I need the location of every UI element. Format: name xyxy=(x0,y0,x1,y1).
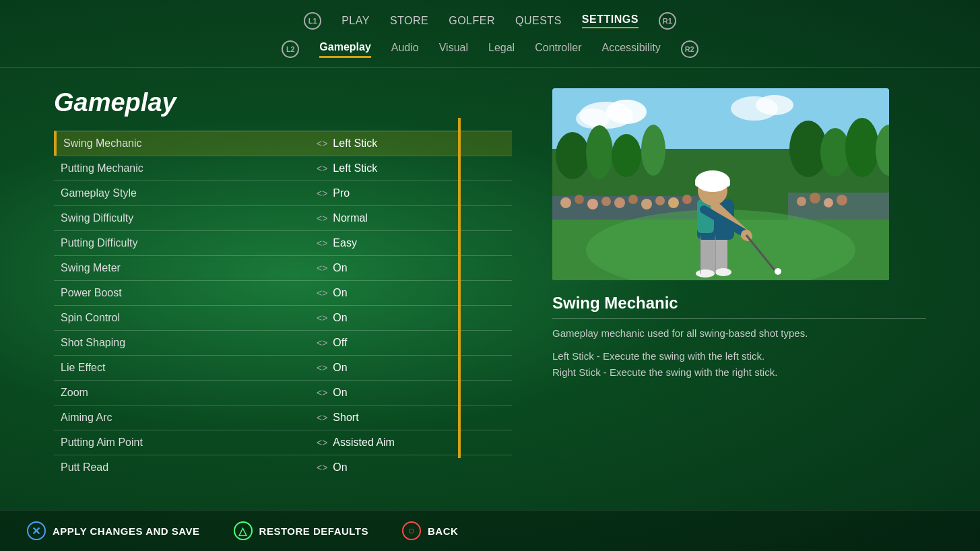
top-navigation: L1 PLAY STORE GOLFER QUESTS SETTINGS R1 xyxy=(0,0,980,36)
svg-rect-46 xyxy=(695,181,730,187)
setting-value-putting-difficulty: Easy xyxy=(333,237,357,249)
setting-value-putt-read: On xyxy=(333,461,347,474)
nav-store[interactable]: STORE xyxy=(390,15,428,27)
svg-point-35 xyxy=(696,269,715,278)
arrows-putt-read[interactable]: <> xyxy=(317,462,327,473)
setting-value-spin-control: On xyxy=(333,312,347,324)
arrows-spin-control[interactable]: <> xyxy=(317,313,327,323)
svg-point-22 xyxy=(628,195,638,204)
setting-putting-aim-point[interactable]: Putting Aim Point <> Assisted Aim xyxy=(54,430,512,455)
setting-controls-putting-aim-point: <> Assisted Aim xyxy=(317,436,505,449)
setting-value-shot-shaping: Off xyxy=(333,337,347,349)
setting-value-power-boost: On xyxy=(333,287,347,299)
arrows-swing-difficulty[interactable]: <> xyxy=(317,213,327,224)
setting-controls-swing-mechanic: <> Left Stick xyxy=(317,137,505,150)
arrows-putting-aim-point[interactable]: <> xyxy=(317,437,327,448)
apply-changes-label: APPLY CHANGES AND SAVE xyxy=(53,525,200,537)
tab-audio[interactable]: Audio xyxy=(391,42,419,57)
nav-golfer[interactable]: GOLFER xyxy=(449,15,495,27)
setting-controls-putting-difficulty: <> Easy xyxy=(317,237,505,249)
setting-power-boost[interactable]: Power Boost <> On xyxy=(54,280,512,305)
svg-point-2 xyxy=(606,100,647,124)
r1-button[interactable]: R1 xyxy=(659,12,676,30)
nav-quests[interactable]: QUESTS xyxy=(515,15,562,27)
setting-name-putting-aim-point: Putting Aim Point xyxy=(61,436,317,449)
setting-putting-mechanic[interactable]: Putting Mechanic <> Left Stick xyxy=(54,156,512,181)
setting-name-zoom: Zoom xyxy=(61,387,317,399)
setting-name-putt-read: Putt Read xyxy=(61,461,317,474)
setting-value-gameplay-style: Pro xyxy=(333,187,350,199)
arrows-swing-meter[interactable]: <> xyxy=(317,263,327,273)
svg-point-43 xyxy=(775,268,781,275)
arrows-putting-difficulty[interactable]: <> xyxy=(317,238,327,249)
l1-button[interactable]: L1 xyxy=(304,12,321,30)
detail-panel: Swing Mechanic Gameplay mechanic used fo… xyxy=(552,294,926,381)
arrows-lie-effect[interactable]: <> xyxy=(317,362,327,373)
l2-button[interactable]: L2 xyxy=(282,40,299,58)
setting-controls-swing-difficulty: <> Normal xyxy=(317,212,505,224)
setting-name-power-boost: Power Boost xyxy=(61,287,317,299)
setting-value-putting-mechanic: Left Stick xyxy=(333,162,377,174)
section-title: Gameplay xyxy=(54,88,512,117)
circle-button-icon: ○ xyxy=(402,521,421,540)
setting-putting-difficulty[interactable]: Putting Difficulty <> Easy xyxy=(54,230,512,255)
setting-value-aiming-arc: Short xyxy=(333,412,358,424)
nav-play[interactable]: PLAY xyxy=(341,15,370,27)
setting-swing-meter[interactable]: Swing Meter <> On xyxy=(54,255,512,280)
tab-controller[interactable]: Controller xyxy=(535,42,581,57)
apply-changes-button[interactable]: ✕ APPLY CHANGES AND SAVE xyxy=(27,521,200,540)
setting-name-spin-control: Spin Control xyxy=(61,312,317,324)
setting-lie-effect[interactable]: Lie Effect <> On xyxy=(54,355,512,380)
svg-point-36 xyxy=(715,268,731,276)
setting-swing-mechanic[interactable]: Swing Mechanic <> Left Stick xyxy=(54,131,512,156)
setting-controls-swing-meter: <> On xyxy=(317,262,505,274)
setting-controls-gameplay-style: <> Pro xyxy=(317,187,505,199)
arrows-aiming-arc[interactable]: <> xyxy=(317,412,327,423)
svg-rect-33 xyxy=(700,236,715,273)
restore-defaults-label: RESTORE DEFAULTS xyxy=(259,525,368,537)
svg-point-7 xyxy=(556,132,589,179)
tab-legal[interactable]: Legal xyxy=(488,42,515,57)
arrows-zoom[interactable]: <> xyxy=(317,387,327,398)
setting-controls-putt-read: <> On xyxy=(317,461,505,474)
svg-point-21 xyxy=(614,197,625,208)
setting-name-swing-meter: Swing Meter xyxy=(61,262,317,274)
arrows-gameplay-style[interactable]: <> xyxy=(317,188,327,199)
nav-settings[interactable]: SETTINGS xyxy=(582,13,639,28)
arrows-power-boost[interactable]: <> xyxy=(317,288,327,298)
setting-value-putting-aim-point: Assisted Aim xyxy=(333,436,395,449)
tab-visual[interactable]: Visual xyxy=(439,42,468,57)
setting-shot-shaping[interactable]: Shot Shaping <> Off xyxy=(54,330,512,355)
detail-description1: Gameplay mechanic used for all swing-bas… xyxy=(552,325,926,342)
setting-name-swing-mechanic: Swing Mechanic xyxy=(63,137,317,150)
arrows-shot-shaping[interactable]: <> xyxy=(317,337,327,348)
svg-point-10 xyxy=(641,125,665,176)
tab-gameplay[interactable]: Gameplay xyxy=(319,41,370,58)
setting-zoom[interactable]: Zoom <> On xyxy=(54,380,512,405)
setting-value-lie-effect: On xyxy=(333,362,347,374)
svg-point-30 xyxy=(837,195,847,205)
setting-controls-shot-shaping: <> Off xyxy=(317,337,505,349)
setting-aiming-arc[interactable]: Aiming Arc <> Short xyxy=(54,405,512,430)
svg-point-13 xyxy=(845,118,879,177)
svg-point-3 xyxy=(576,108,610,129)
arrows-putting-mechanic[interactable]: <> xyxy=(317,163,327,174)
back-button[interactable]: ○ BACK xyxy=(402,521,458,540)
setting-spin-control[interactable]: Spin Control <> On xyxy=(54,305,512,330)
left-arrow-swing-mechanic[interactable]: <> xyxy=(317,138,327,149)
settings-list: Swing Mechanic <> Left Stick Putting Mec… xyxy=(54,131,512,480)
setting-putt-read[interactable]: Putt Read <> On xyxy=(54,455,512,480)
setting-name-putting-difficulty: Putting Difficulty xyxy=(61,237,317,249)
setting-swing-difficulty[interactable]: Swing Difficulty <> Normal xyxy=(54,205,512,230)
setting-name-aiming-arc: Aiming Arc xyxy=(61,412,317,424)
svg-point-26 xyxy=(682,195,692,204)
detail-title: Swing Mechanic xyxy=(552,294,926,319)
svg-point-5 xyxy=(756,95,793,115)
setting-gameplay-style[interactable]: Gameplay Style <> Pro xyxy=(54,181,512,205)
r2-button[interactable]: R2 xyxy=(681,40,698,58)
setting-controls-putting-mechanic: <> Left Stick xyxy=(317,162,505,174)
restore-defaults-button[interactable]: △ RESTORE DEFAULTS xyxy=(234,521,368,540)
tab-accessibility[interactable]: Accessibility xyxy=(602,42,661,57)
svg-point-23 xyxy=(641,199,652,209)
svg-point-20 xyxy=(601,197,611,206)
